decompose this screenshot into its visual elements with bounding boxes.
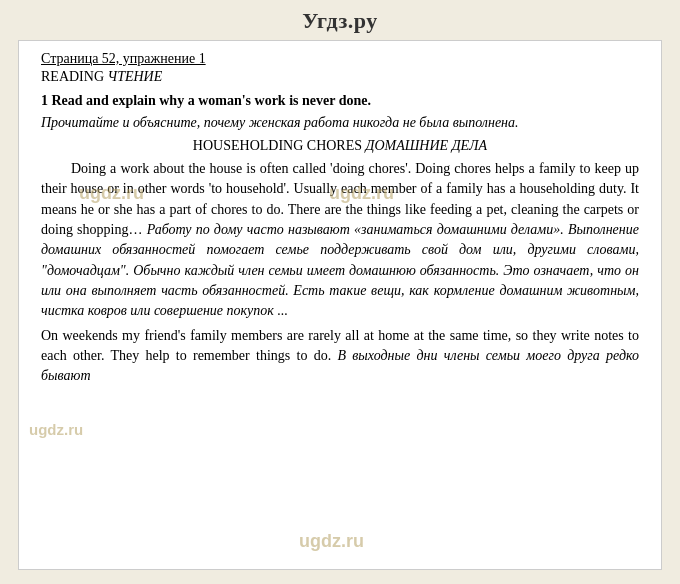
task-translation-text: Прочитайте и объясните, почему женская р…	[41, 115, 519, 130]
page-container: Угдз.ру ugdz.ru ugdz.ru ugdz.ru ugdz.ru …	[0, 0, 680, 584]
reading-label: READING ЧТЕНИЕ	[41, 69, 639, 85]
main-paragraph-1: Doing a work about the house is often ca…	[41, 159, 639, 321]
reading-ru: ЧТЕНИЕ	[108, 69, 163, 84]
task-instruction: 1 Read and explain why a woman's work is…	[41, 91, 639, 111]
reading-en: READING	[41, 69, 104, 84]
section-title-ru-text: ДОМАШНИЕ ДЕЛА	[366, 138, 488, 153]
bottom-paragraph: On weekends my friend's family members a…	[41, 326, 639, 387]
watermark-3: ugdz.ru	[29, 421, 83, 438]
section-title: HOUSEHOLDING CHORES ДОМАШНИЕ ДЕЛА	[41, 138, 639, 154]
task-bold-text: Read and explain why a woman's work is n…	[52, 93, 371, 108]
task-number: 1	[41, 93, 52, 108]
watermark-4: ugdz.ru	[299, 531, 364, 552]
page-reference: Страница 52, упражнение 1	[41, 51, 639, 67]
content-area: ugdz.ru ugdz.ru ugdz.ru ugdz.ru Страница…	[18, 40, 662, 570]
section-title-en: HOUSEHOLDING CHORES	[193, 138, 362, 153]
site-title: Угдз.ру	[0, 8, 680, 34]
task-translation: Прочитайте и объясните, почему женская р…	[41, 113, 639, 133]
